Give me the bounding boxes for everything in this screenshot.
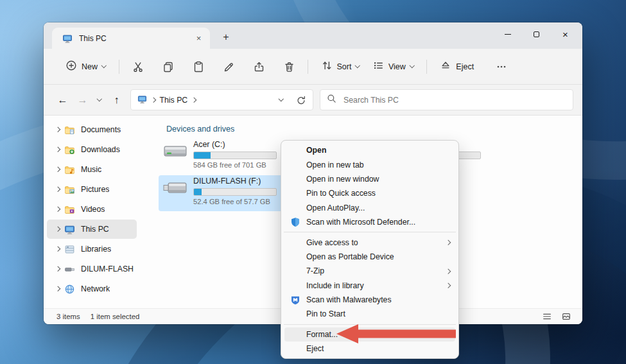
tab-close-button[interactable]: × [193, 32, 205, 44]
navigation-bar: ← → ↑ This PC [44, 85, 582, 116]
back-button[interactable]: ← [53, 90, 73, 110]
menu-item-open-autoplay[interactable]: Open AutoPlay... [284, 201, 455, 215]
chevron-down-icon [101, 63, 107, 68]
paste-icon [193, 61, 204, 73]
minimize-button[interactable] [493, 24, 522, 44]
address-dropdown-button[interactable] [274, 92, 289, 108]
large-icons-view-button[interactable] [559, 310, 573, 323]
paste-button[interactable] [186, 55, 211, 78]
drive-name: Acer (C:) [193, 140, 277, 150]
search-icon [327, 94, 336, 106]
expand-chevron-icon[interactable] [53, 287, 62, 291]
sidebar-item-documents[interactable]: Documents [47, 120, 137, 139]
menu-item-include-in-library[interactable]: Include in library [284, 279, 455, 293]
expand-chevron-icon[interactable] [53, 128, 62, 132]
forward-button[interactable]: → [73, 90, 92, 110]
breadcrumb-chevron-icon [192, 98, 196, 102]
menu-item-open-as-portable-device[interactable]: Open as Portable Device [284, 250, 455, 264]
menu-item-label: Eject [306, 344, 324, 353]
menu-item-label: Pin to Start [306, 309, 345, 318]
capacity-bar [193, 188, 277, 196]
large-icons-view-icon [561, 311, 571, 322]
downloads-folder-icon [63, 144, 76, 155]
menu-item-label: Open AutoPlay... [306, 204, 365, 212]
documents-folder-icon [63, 125, 76, 135]
submenu-chevron-icon [446, 270, 450, 273]
refresh-icon [296, 95, 306, 105]
tab-this-pc[interactable]: This PC × [52, 28, 210, 49]
sidebar-item-videos[interactable]: Videos [47, 200, 137, 219]
breadcrumb-this-pc[interactable]: This PC [160, 96, 188, 105]
pictures-folder-icon [63, 184, 76, 195]
delete-button[interactable] [277, 55, 301, 78]
menu-separator [284, 232, 456, 232]
sidebar-item-pictures[interactable]: Pictures [47, 180, 137, 199]
expand-chevron-icon[interactable] [53, 227, 62, 231]
more-options-button[interactable] [489, 55, 514, 78]
drive-free-space: 584 GB free of 701 GB [193, 161, 277, 169]
new-tab-button[interactable]: + [218, 29, 234, 46]
submenu-chevron-icon [446, 241, 450, 245]
menu-item-give-access-to[interactable]: Give access to [284, 235, 455, 249]
copy-button[interactable] [156, 55, 180, 78]
menu-item-open-in-new-window[interactable]: Open in new window [284, 172, 455, 186]
menu-item-label: Give access to [306, 238, 358, 247]
minimize-icon [505, 34, 511, 35]
expand-chevron-icon[interactable] [53, 168, 62, 171]
cut-button[interactable] [126, 55, 150, 78]
annotation-arrow-shape [336, 324, 456, 343]
expand-chevron-icon[interactable] [53, 207, 62, 211]
this-pc-icon [60, 33, 74, 44]
menu-item-7-zip[interactable]: 7-Zip [284, 264, 455, 278]
capacity-bar-fill [194, 189, 202, 195]
sidebar-item-libraries[interactable]: Libraries [47, 239, 137, 259]
menu-item-label: Open as Portable Device [306, 252, 394, 261]
annotation-arrow [336, 323, 456, 347]
menu-item-open-in-new-tab[interactable]: Open in new tab [284, 157, 455, 171]
menu-item-label: Pin to Quick access [306, 189, 376, 198]
share-button[interactable] [247, 55, 271, 78]
rename-icon [223, 61, 234, 73]
expand-chevron-icon[interactable] [53, 247, 62, 251]
menu-item-label: Format... [306, 330, 338, 339]
sidebar-item-label: Pictures [81, 185, 109, 194]
section-header-devices-and-drives: Devices and drives [166, 125, 234, 134]
expand-chevron-icon[interactable] [53, 267, 62, 271]
menu-item-scan-with-microsoft-defender[interactable]: Scan with Microsoft Defender... [284, 215, 455, 229]
menu-item-open[interactable]: Open [284, 143, 455, 157]
sidebar-item-label: Videos [81, 205, 105, 214]
up-button[interactable]: ↑ [107, 90, 126, 110]
drive-details: Acer (C:) 584 GB free of 701 GB [193, 140, 277, 169]
drive-free-space: 52.4 GB free of 57.7 GB [193, 198, 277, 206]
this-pc-icon [63, 224, 76, 235]
expand-chevron-icon[interactable] [53, 187, 62, 191]
sidebar-item-label: Libraries [81, 245, 111, 254]
chevron-down-icon [97, 96, 102, 101]
close-button[interactable]: × [551, 24, 580, 44]
recent-locations-button[interactable] [92, 90, 107, 110]
sidebar-item-dilum-flash[interactable]: DILUM-FLASH [47, 259, 137, 279]
menu-item-scan-with-malwarebytes[interactable]: Scan with Malwarebytes [284, 293, 455, 307]
window-controls: × [493, 24, 580, 44]
search-input[interactable] [342, 95, 566, 105]
sidebar-item-music[interactable]: Music [47, 160, 137, 179]
refresh-button[interactable] [293, 92, 309, 108]
sidebar-item-downloads[interactable]: Downloads [47, 140, 137, 159]
sort-button[interactable]: Sort [315, 55, 366, 78]
details-view-button[interactable] [540, 310, 554, 323]
view-button[interactable]: View [366, 55, 420, 78]
sidebar-item-network[interactable]: Network [47, 279, 137, 299]
expand-chevron-icon[interactable] [53, 148, 62, 152]
new-button[interactable]: New [59, 55, 112, 78]
address-bar[interactable]: This PC [130, 89, 313, 110]
menu-item-pin-to-start[interactable]: Pin to Start [284, 307, 455, 321]
tab-title: This PC [79, 34, 187, 43]
toolbar-separator [119, 60, 119, 74]
sidebar-item-label: Music [81, 165, 101, 174]
eject-button[interactable]: Eject [433, 55, 480, 78]
rename-button[interactable] [216, 55, 241, 78]
sidebar-item-this-pc[interactable]: This PC [47, 220, 137, 239]
close-icon: × [562, 30, 568, 39]
maximize-button[interactable] [522, 24, 551, 44]
menu-item-pin-to-quick-access[interactable]: Pin to Quick access [284, 186, 455, 200]
